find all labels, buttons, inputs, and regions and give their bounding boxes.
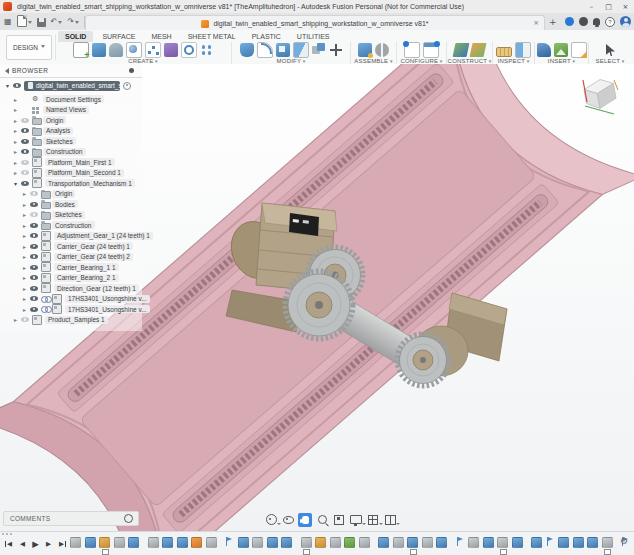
step-back-button[interactable] (17, 538, 28, 550)
tool-icon[interactable] (571, 42, 587, 58)
skip-to-end-button[interactable] (56, 538, 67, 550)
timeline-feature-icon[interactable] (70, 537, 81, 548)
timeline-feature-icon[interactable] (206, 537, 217, 548)
tool-icon[interactable] (515, 42, 531, 58)
browser-tree-row[interactable]: Sketches (0, 210, 142, 221)
document-tab[interactable]: digital_twin_enabled_smart_shipping_work… (85, 15, 545, 31)
timeline-feature-icon[interactable] (573, 537, 584, 548)
browser-tree-row[interactable]: Origin (0, 189, 142, 200)
browser-tree-row[interactable]: Adjustment_Gear_1 (24 teeth) 1 (0, 231, 142, 242)
expand-arrow-icon[interactable] (14, 138, 21, 145)
expand-arrow-icon[interactable] (23, 243, 30, 250)
grid-snaps-tool[interactable] (366, 513, 380, 527)
browser-tree-row[interactable]: Construction (0, 147, 142, 158)
expand-arrow-icon[interactable] (23, 253, 30, 260)
pan-tool[interactable] (298, 513, 312, 527)
timeline-feature-icon[interactable] (359, 537, 370, 548)
panel-options-icon[interactable] (129, 68, 134, 73)
tool-icon[interactable] (453, 43, 470, 57)
collapse-panel-icon[interactable] (5, 68, 9, 74)
timeline-feature-icon[interactable] (301, 537, 312, 548)
expand-arrow-icon[interactable] (6, 82, 13, 89)
visibility-eye-icon[interactable] (30, 275, 38, 280)
orbit-tool[interactable] (264, 513, 278, 527)
tool-icon[interactable] (404, 42, 420, 58)
carrier-gear-1[interactable] (285, 271, 353, 339)
timeline-feature-icon[interactable] (128, 537, 139, 548)
browser-tree-row[interactable]: Origin (0, 115, 142, 126)
expand-arrow-icon[interactable] (14, 106, 21, 113)
tool-icon[interactable] (470, 43, 487, 57)
timeline-marker[interactable] (500, 549, 507, 555)
new-tab-button[interactable] (549, 17, 557, 27)
expand-arrow-icon[interactable] (23, 306, 30, 313)
timeline-feature-icon[interactable] (267, 537, 278, 548)
new-file-icon[interactable] (17, 16, 32, 27)
save-icon[interactable] (37, 16, 46, 27)
expand-arrow-icon[interactable] (23, 190, 30, 197)
tool-icon[interactable] (312, 43, 326, 57)
tool-icon[interactable] (554, 43, 568, 57)
ribbon-tab[interactable]: PLASTIC (245, 31, 288, 42)
display-settings-tool[interactable] (349, 513, 363, 527)
timeline-feature-icon[interactable] (468, 537, 479, 548)
visibility-eye-icon[interactable] (30, 296, 38, 301)
timeline-feature-icon[interactable] (114, 537, 125, 548)
expand-arrow-icon[interactable] (14, 127, 21, 134)
timeline-settings-gear-icon[interactable] (620, 536, 628, 546)
redo-icon[interactable]: ↷ (67, 16, 79, 27)
ribbon-tab[interactable]: SHEET METAL (181, 31, 243, 42)
timeline-marker[interactable] (303, 549, 310, 555)
timeline-feature-icon[interactable] (191, 537, 202, 548)
step-forward-button[interactable] (43, 538, 54, 550)
visibility-eye-icon[interactable] (13, 83, 21, 88)
expand-arrow-icon[interactable] (14, 180, 21, 187)
timeline-feature-icon[interactable] (281, 537, 292, 548)
visibility-eye-icon[interactable] (30, 265, 38, 270)
visibility-eye-icon[interactable] (21, 139, 29, 144)
look-at-tool[interactable] (281, 513, 295, 527)
expand-arrow-icon[interactable] (23, 274, 30, 281)
expand-arrow-icon[interactable] (23, 222, 30, 229)
visibility-eye-icon[interactable] (30, 233, 38, 238)
tool-icon[interactable] (257, 42, 273, 58)
tool-icon[interactable] (109, 43, 123, 57)
browser-tree-row[interactable]: Bodies (0, 199, 142, 210)
browser-tree-row[interactable]: Direction_Gear (12 teeth) 1 (0, 283, 142, 294)
visibility-eye-icon[interactable] (30, 307, 38, 312)
app-grid-icon[interactable]: ▦ (4, 16, 12, 27)
timeline-feature-icon[interactable] (225, 537, 234, 546)
browser-tree-row[interactable]: Product_Samples 1 (0, 315, 142, 326)
activate-component-radio[interactable] (123, 82, 131, 90)
ribbon-tab[interactable]: MESH (144, 31, 178, 42)
timeline-marker[interactable] (604, 549, 611, 555)
tool-icon[interactable] (496, 47, 512, 57)
timeline-feature-icon[interactable] (436, 537, 447, 548)
browser-tree-row[interactable]: Carrier_Bearing_2 1 (0, 273, 142, 284)
expand-arrow-icon[interactable] (14, 159, 21, 166)
visibility-eye-icon[interactable] (30, 254, 38, 259)
tool-icon[interactable] (126, 42, 142, 58)
skip-to-start-button[interactable] (4, 538, 15, 550)
timeline-feature-icon[interactable] (393, 537, 404, 548)
timeline-feature-icon[interactable] (148, 537, 159, 548)
timeline-feature-icon[interactable] (162, 537, 173, 548)
expand-arrow-icon[interactable] (23, 285, 30, 292)
visibility-eye-icon[interactable] (21, 118, 29, 123)
ribbon-tab[interactable]: SOLID (58, 31, 93, 42)
tool-icon[interactable] (603, 43, 617, 57)
browser-tree-row[interactable]: Analysis (0, 126, 142, 137)
visibility-eye-icon[interactable] (30, 212, 38, 217)
timeline-feature-icon[interactable] (483, 537, 494, 548)
timeline-feature-icon[interactable] (238, 537, 249, 548)
tool-icon[interactable] (92, 43, 106, 57)
tool-icon[interactable] (375, 43, 389, 57)
browser-tree-row[interactable]: Carrier_Gear (24 teeth) 1 (0, 241, 142, 252)
tool-icon[interactable] (329, 43, 343, 57)
timeline-marker[interactable] (102, 549, 109, 555)
expand-arrow-icon[interactable] (23, 232, 30, 239)
comments-bar[interactable]: COMMENTS (3, 511, 139, 526)
browser-tree-row[interactable]: Document Settings (0, 94, 142, 105)
timeline-feature-icon[interactable] (512, 537, 523, 548)
expand-arrow-icon[interactable] (23, 211, 30, 218)
